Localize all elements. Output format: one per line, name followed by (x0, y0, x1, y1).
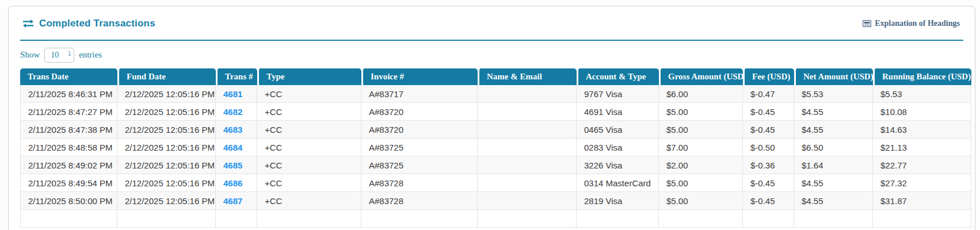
trans-number-cell: 4686 (216, 174, 257, 192)
fee-cell: $-0.45 (743, 174, 794, 192)
name-email-cell (478, 85, 577, 103)
net-amount-cell: $6.50 (794, 139, 873, 156)
column-header-account-type[interactable]: Account & Type (577, 68, 659, 85)
panel-header: Completed Transactions Explanation of He… (12, 16, 971, 30)
gross-amount-cell: $7.00 (659, 139, 743, 156)
trans-date-cell: 2/11/2025 8:49:02 PM (20, 156, 117, 174)
type-cell: +CC (257, 85, 361, 103)
invoice-cell: A#83728 (361, 174, 478, 192)
running-balance-cell: $14.63 (873, 121, 971, 139)
type-cell: +CC (257, 121, 361, 139)
trans-number-link[interactable]: 4684 (223, 143, 242, 152)
trans-date-cell: 2/11/2025 8:50:00 PM (20, 192, 117, 210)
fee-cell: $-0.45 (743, 121, 794, 139)
table-header-row: Trans Date Fund Date Trans # Type Invoic… (20, 68, 971, 85)
fund-date-cell: 2/12/2025 12:05:16 PM (117, 103, 216, 121)
fund-date-cell: 2/12/2025 12:05:16 PM (117, 139, 216, 156)
column-header-gross-amount[interactable]: Gross Amount (USD) (659, 68, 743, 85)
trans-date-cell: 2/11/2025 8:48:58 PM (20, 139, 117, 156)
name-email-cell (478, 174, 577, 192)
name-email-cell (478, 192, 577, 210)
fund-date-cell: 2/12/2025 12:05:16 PM (117, 85, 216, 103)
trans-date-cell (20, 210, 117, 228)
net-amount-cell: $4.55 (794, 103, 873, 121)
fee-cell: $-0.45 (743, 192, 794, 210)
trans-number-link[interactable]: 4685 (223, 160, 242, 170)
trans-number-link[interactable]: 4687 (223, 196, 242, 206)
running-balance-cell: $22.77 (873, 156, 971, 174)
net-amount-cell: $4.55 (794, 121, 873, 139)
header-divider (20, 40, 963, 41)
trans-number-cell: 4687 (216, 192, 257, 210)
table-row: 2/11/2025 8:49:02 PM2/12/2025 12:05:16 P… (20, 156, 971, 174)
page-size-select[interactable]: 10 (44, 48, 74, 63)
page-title: Completed Transactions (39, 18, 155, 29)
name-email-cell (478, 210, 577, 228)
type-cell: +CC (257, 156, 361, 174)
account-type-cell: 9767 Visa (577, 85, 659, 103)
table-row: 2/11/2025 8:47:27 PM2/12/2025 12:05:16 P… (20, 103, 971, 121)
exchange-arrows-icon (22, 19, 34, 28)
gross-amount-cell: $5.00 (659, 192, 743, 210)
column-header-trans-date[interactable]: Trans Date (20, 68, 117, 85)
trans-date-cell: 2/11/2025 8:49:54 PM (20, 174, 117, 192)
running-balance-cell: $27.32 (873, 174, 971, 192)
trans-number-link[interactable]: 4681 (223, 89, 242, 99)
completed-transactions-panel: Completed Transactions Explanation of He… (8, 6, 975, 230)
trans-date-cell: 2/11/2025 8:46:31 PM (20, 85, 117, 103)
trans-number-cell: 4681 (216, 85, 257, 103)
table-row: 2/11/2025 8:46:31 PM2/12/2025 12:05:16 P… (20, 85, 971, 103)
running-balance-cell: $5.53 (873, 85, 971, 103)
gross-amount-cell (659, 210, 743, 228)
column-header-name-email[interactable]: Name & Email (478, 68, 577, 85)
show-label: Show (20, 50, 40, 60)
net-amount-cell: $5.53 (794, 85, 873, 103)
column-header-fund-date[interactable]: Fund Date (117, 68, 216, 85)
name-email-cell (478, 156, 577, 174)
invoice-cell (361, 210, 478, 228)
account-type-cell: 4691 Visa (577, 103, 659, 121)
trans-date-cell: 2/11/2025 8:47:27 PM (20, 103, 117, 121)
transactions-table-body: 2/11/2025 8:46:31 PM2/12/2025 12:05:16 P… (20, 85, 971, 228)
column-header-type[interactable]: Type (257, 68, 361, 85)
column-header-net-amount[interactable]: Net Amount (USD) (794, 68, 873, 85)
name-email-cell (478, 121, 577, 139)
gross-amount-cell: $2.00 (659, 156, 743, 174)
running-balance-cell: $31.87 (873, 192, 971, 210)
trans-number-cell: 4685 (216, 156, 257, 174)
fund-date-cell: 2/12/2025 12:05:16 PM (117, 192, 216, 210)
type-cell: +CC (257, 174, 361, 192)
gross-amount-cell: $5.00 (659, 103, 743, 121)
fee-cell: $-0.50 (743, 139, 794, 156)
running-balance-cell: $21.13 (873, 139, 971, 156)
table-row: 2/11/2025 8:49:54 PM2/12/2025 12:05:16 P… (20, 174, 971, 192)
fund-date-cell: 2/12/2025 12:05:16 PM (117, 174, 216, 192)
transactions-table: Trans Date Fund Date Trans # Type Invoic… (20, 68, 971, 228)
trans-number-cell: 4682 (216, 103, 257, 121)
column-header-trans-number[interactable]: Trans # (216, 68, 257, 85)
trans-date-cell: 2/11/2025 8:47:38 PM (20, 121, 117, 139)
net-amount-cell (794, 210, 873, 228)
fee-cell: $-0.47 (743, 85, 794, 103)
table-row: 2/11/2025 8:47:38 PM2/12/2025 12:05:16 P… (20, 121, 971, 139)
explanation-link-label: Explanation of Headings (875, 19, 960, 28)
column-header-invoice[interactable]: Invoice # (361, 68, 478, 85)
account-type-cell: 0314 MasterCard (577, 174, 659, 192)
account-type-cell: 3226 Visa (577, 156, 659, 174)
explanation-of-headings-link[interactable]: Explanation of Headings (863, 19, 960, 28)
name-email-cell (478, 103, 577, 121)
invoice-cell: A#83720 (361, 121, 478, 139)
trans-number-link[interactable]: 4686 (223, 178, 242, 188)
column-header-running-balance[interactable]: Running Balance (USD) (873, 68, 971, 85)
column-header-fee[interactable]: Fee (USD) (743, 68, 794, 85)
fund-date-cell: 2/12/2025 12:05:16 PM (117, 121, 216, 139)
table-row (20, 210, 971, 228)
trans-number-link[interactable]: 4682 (223, 107, 242, 117)
account-type-cell: 0283 Visa (577, 139, 659, 156)
list-alt-icon (863, 20, 871, 27)
name-email-cell (478, 139, 577, 156)
invoice-cell: A#83717 (361, 85, 478, 103)
net-amount-cell: $4.55 (794, 192, 873, 210)
account-type-cell: 2819 Visa (577, 192, 659, 210)
trans-number-link[interactable]: 4683 (223, 125, 242, 135)
